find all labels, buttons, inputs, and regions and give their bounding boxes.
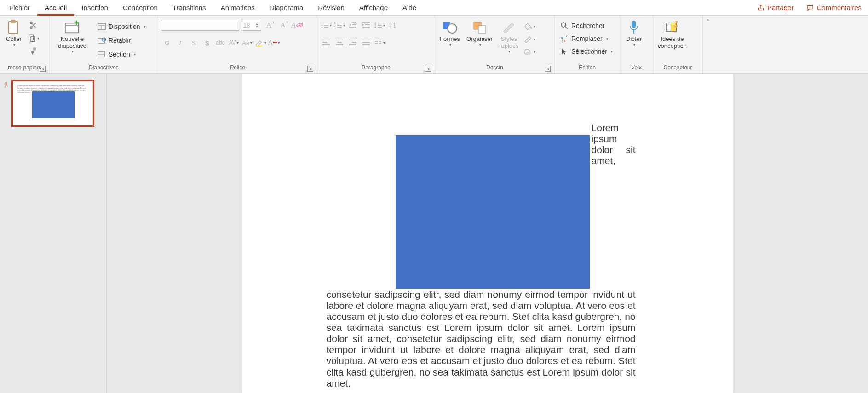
svg-text:3: 3 bbox=[334, 27, 336, 29]
indent-button[interactable] bbox=[360, 19, 372, 31]
tab-aide[interactable]: Aide bbox=[395, 0, 424, 16]
columns-icon bbox=[374, 39, 382, 47]
highlight-icon bbox=[254, 38, 264, 47]
italic-button[interactable]: I bbox=[174, 37, 186, 49]
thumbnail-shape bbox=[32, 91, 75, 118]
highlight-button[interactable]: ▾ bbox=[254, 37, 266, 49]
collapse-ribbon-button[interactable]: ˄ bbox=[703, 16, 713, 73]
chevron-down-icon: ▾ bbox=[134, 52, 136, 57]
section-label: Section bbox=[109, 51, 130, 58]
decrease-font-button[interactable]: A▾ bbox=[277, 19, 289, 31]
find-label: Rechercher bbox=[571, 22, 604, 29]
font-size-select[interactable]: ▲▼ bbox=[241, 20, 261, 31]
dialog-launcher-icon[interactable]: ↘ bbox=[307, 66, 313, 72]
format-painter-button[interactable] bbox=[28, 45, 40, 57]
dialog-launcher-icon[interactable]: ↘ bbox=[425, 66, 431, 72]
dialog-launcher-icon[interactable]: ↘ bbox=[545, 66, 551, 72]
font-size-input[interactable] bbox=[243, 22, 255, 29]
group-label-designer: Concepteur bbox=[656, 63, 700, 73]
paste-button[interactable]: Coller ▾ bbox=[3, 18, 25, 48]
align-center-button[interactable] bbox=[333, 37, 345, 49]
font-family-select[interactable] bbox=[161, 20, 239, 31]
select-button[interactable]: Sélectionner ▾ bbox=[558, 45, 615, 58]
section-button[interactable]: Section ▾ bbox=[95, 48, 148, 61]
shape-outline-button[interactable]: ▾ bbox=[523, 33, 535, 45]
find-button[interactable]: Rechercher bbox=[558, 19, 607, 32]
svg-rect-60 bbox=[478, 26, 486, 33]
chevron-down-icon: ▾ bbox=[606, 37, 608, 41]
slide-rectangle-shape[interactable] bbox=[396, 135, 590, 289]
line-spacing-button[interactable]: ▾ bbox=[374, 19, 385, 31]
copy-button[interactable]: ▾ bbox=[28, 32, 40, 44]
new-slide-button[interactable]: Nouvelle diapositive ▾ bbox=[52, 18, 92, 55]
font-color-button[interactable]: A▾ bbox=[268, 37, 280, 49]
char-spacing-button[interactable]: AV▾ bbox=[228, 37, 240, 49]
reset-button[interactable]: Rétablir bbox=[95, 34, 148, 47]
slide-edit-area[interactable]: Lorem ipsum dolor sit amet, consetetur s… bbox=[107, 74, 868, 393]
tab-diaporama[interactable]: Diaporama bbox=[262, 0, 310, 16]
slide-thumbnail-1[interactable]: Lorem ipsum dolor sit amet, consetetur s… bbox=[11, 80, 94, 127]
font-family-input[interactable] bbox=[163, 22, 237, 29]
group-label-voice: Voix bbox=[623, 63, 650, 73]
effects-icon bbox=[523, 48, 533, 56]
slide-text-box[interactable]: Lorem ipsum dolor sit amet, consetetur s… bbox=[327, 122, 636, 389]
bullets-button[interactable]: ▾ bbox=[320, 19, 332, 31]
tab-fichier[interactable]: Fichier bbox=[2, 0, 37, 16]
underline-button[interactable]: S bbox=[188, 37, 200, 49]
justify-button[interactable] bbox=[360, 37, 372, 49]
shape-effects-button[interactable]: ▾ bbox=[523, 46, 535, 58]
indent-icon bbox=[362, 21, 370, 29]
chevron-down-icon: ▾ bbox=[479, 43, 481, 47]
arrange-button[interactable]: Organiser ▾ bbox=[465, 18, 494, 48]
comments-button[interactable]: Commentaires bbox=[800, 0, 868, 16]
columns-button[interactable]: ▾ bbox=[374, 37, 385, 49]
group-label-editing: Édition bbox=[558, 63, 617, 73]
sort-icon: AZ bbox=[389, 21, 397, 29]
quick-styles-button[interactable]: Styles rapides ▾ bbox=[497, 18, 521, 55]
dialog-launcher-icon[interactable]: ↘ bbox=[40, 66, 46, 72]
design-ideas-button[interactable]: Idées de conception bbox=[656, 18, 689, 51]
svg-rect-0 bbox=[9, 22, 18, 34]
cut-button[interactable] bbox=[28, 19, 40, 31]
tab-animations[interactable]: Animations bbox=[213, 0, 262, 16]
outdent-button[interactable] bbox=[347, 19, 359, 31]
ribbon: Coller ▾ ▾ resse-papiers ↘ Nouvelle diap… bbox=[0, 16, 868, 74]
shadow-button[interactable]: S bbox=[201, 37, 213, 49]
svg-point-64 bbox=[561, 23, 566, 27]
bold-button[interactable]: G bbox=[161, 37, 173, 49]
share-button[interactable]: Partager bbox=[751, 0, 800, 16]
change-case-button[interactable]: Aa▾ bbox=[241, 37, 253, 49]
group-label-clipboard: resse-papiers ↘ bbox=[3, 63, 46, 73]
align-right-icon bbox=[349, 39, 357, 47]
dictate-button[interactable]: Dicter ▾ bbox=[623, 18, 645, 48]
tab-accueil[interactable]: Accueil bbox=[37, 0, 74, 16]
layout-button[interactable]: Disposition ▾ bbox=[95, 20, 148, 33]
svg-line-65 bbox=[565, 27, 568, 29]
tab-revision[interactable]: Révision bbox=[310, 0, 352, 16]
increase-font-button[interactable]: A▴ bbox=[263, 19, 275, 31]
workspace: 1 Lorem ipsum dolor sit amet, consetetur… bbox=[0, 74, 868, 393]
dictate-label: Dicter bbox=[626, 36, 642, 43]
menu-bar: Fichier Accueil Insertion Conception Tra… bbox=[0, 0, 868, 16]
tab-insertion[interactable]: Insertion bbox=[74, 0, 115, 16]
shape-fill-button[interactable]: ▾ bbox=[523, 20, 535, 32]
group-label-font: Police ↘ bbox=[161, 63, 314, 73]
svg-point-2 bbox=[30, 27, 33, 29]
sort-button[interactable]: AZ bbox=[387, 19, 399, 31]
numbering-button[interactable]: 123▾ bbox=[333, 19, 345, 31]
align-right-button[interactable] bbox=[347, 37, 359, 49]
tab-conception[interactable]: Conception bbox=[115, 0, 165, 16]
align-left-button[interactable] bbox=[320, 37, 332, 49]
strike-button[interactable]: abc bbox=[214, 37, 226, 49]
replace-button[interactable]: ab Remplacer ▾ bbox=[558, 32, 611, 45]
svg-point-16 bbox=[322, 23, 323, 24]
slide-canvas[interactable]: Lorem ipsum dolor sit amet, consetetur s… bbox=[242, 74, 733, 393]
justify-icon bbox=[362, 39, 370, 47]
tab-transitions[interactable]: Transitions bbox=[165, 0, 213, 16]
group-voice: Dicter ▾ Voix bbox=[620, 16, 653, 73]
clear-format-button[interactable]: A⌫ bbox=[291, 19, 303, 31]
shapes-button[interactable]: Formes ▾ bbox=[438, 18, 462, 48]
design-ideas-icon bbox=[664, 19, 680, 35]
thumbnail-pane[interactable]: 1 Lorem ipsum dolor sit amet, consetetur… bbox=[0, 74, 107, 393]
tab-affichage[interactable]: Affichage bbox=[352, 0, 395, 16]
